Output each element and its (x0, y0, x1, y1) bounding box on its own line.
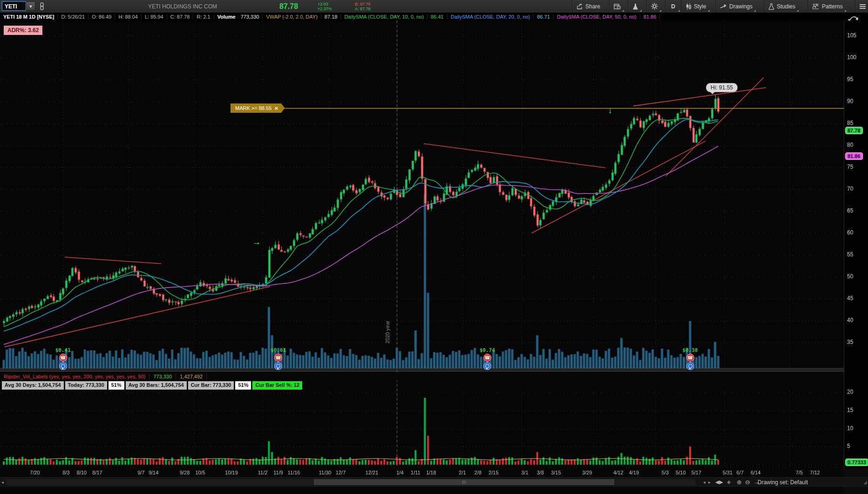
ask-value: A: 87.78 (355, 7, 371, 11)
signal-arrow-right-icon: → (253, 238, 261, 247)
price-change: +2.03 (318, 2, 332, 7)
calendar-events-button[interactable] (609, 0, 625, 13)
idea-bulb-icon[interactable] (686, 362, 694, 370)
symbol-input[interactable]: YETI (2, 1, 26, 11)
study-value: 86.71 (534, 14, 554, 20)
chart-menu-button[interactable] (855, 0, 868, 13)
study-label[interactable]: DailySMA (CLOSE, DAY, 20, 0, no) (448, 14, 534, 20)
date-tick-label: 10/5 (191, 470, 210, 475)
ripster-study-title[interactable]: Ripster_Vol_Labels (yes, yes, yes, 200, … (0, 374, 149, 379)
drawing-arrow-icon (720, 4, 727, 9)
scrollbar-handle[interactable] (314, 479, 614, 485)
date-tick-label: 10/19 (222, 470, 241, 475)
date-tick-label: 11/16 (285, 470, 303, 475)
ohlc-field: C: 87.78 (167, 14, 194, 20)
volume-stat-badge: Avg 30 Bars: 1,504,754 (126, 381, 187, 390)
last-price: 87.78 (279, 2, 298, 11)
timeframe-label: D (671, 3, 675, 10)
pan-right-icon[interactable]: ▸ (708, 478, 711, 486)
chart-title: YETI 18 M 1D [NYSE] (0, 14, 58, 20)
earnings-marker[interactable]: $0.38☎ (679, 347, 701, 370)
earnings-call-icon[interactable]: ☎ (686, 354, 694, 362)
lower-axis-tick-label: 20 (847, 389, 853, 395)
price-tick-label: 40 (847, 317, 853, 323)
volume-label: Volume (214, 14, 237, 20)
link-chain-icon[interactable] (39, 2, 45, 11)
ripster-volume-value: 773,330 (149, 374, 176, 379)
date-tick-label: 5/17 (687, 470, 705, 475)
date-tick-label: 8/17 (88, 470, 107, 475)
date-tick-label: 7/12 (806, 470, 824, 475)
date-tick-label: 3/15 (547, 470, 565, 475)
lower-axis-tick-label: 5 (847, 443, 850, 449)
settings-button[interactable] (646, 0, 662, 13)
zoom-in-icon[interactable]: ⊕ (737, 478, 742, 486)
lower-axis-tick-label: 15 (847, 407, 853, 413)
price-tick-label: 90 (847, 98, 853, 104)
study-label[interactable]: VWAP (-2.0, 2.0, DAY) (263, 14, 321, 20)
earnings-call-icon[interactable]: ☎ (274, 354, 282, 362)
ripster-study-header: Ripster_Vol_Labels (yes, yes, yes, 200, … (0, 372, 844, 380)
fit-width-icon[interactable]: ◀▶ (715, 478, 723, 486)
idea-bulb-icon[interactable] (483, 362, 491, 370)
price-tick-label: 85 (847, 120, 853, 126)
share-icon (576, 3, 583, 9)
candlestick-style-icon (685, 3, 692, 10)
ohlc-fields: D: 5/26/21O: 86.49H: 88.04L: 85.94C: 87.… (58, 14, 214, 20)
mark-alert-label: MARK >= 88.55 (235, 105, 271, 111)
flask-icon (632, 3, 638, 10)
study-label[interactable]: DailySMA (CLOSE, DAY, 50, 0, no) (554, 14, 640, 20)
price-tick-label: 105 (847, 32, 856, 39)
earnings-eps-label: $0.38 (679, 347, 701, 353)
volume-stat-badge: Avg 30 Days: 1,504,754 (2, 381, 64, 390)
crosshair-icon[interactable]: ⌖ (727, 478, 731, 486)
earnings-marker[interactable]: $0.61☎ (267, 347, 290, 370)
zoom-out-icon[interactable]: ⊖ (745, 478, 750, 486)
share-button[interactable]: Share (572, 0, 604, 13)
ohlc-field: L: 85.94 (142, 14, 167, 20)
drawing-set-selector[interactable]: Drawing set: Default (758, 479, 808, 486)
earnings-marker[interactable]: $0.41☎ (52, 347, 74, 370)
volume-stats-badges: Avg 30 Days: 1,504,754Today: 773,33051%A… (2, 381, 302, 390)
price-tick-label: 75 (847, 164, 853, 170)
timeframe-button[interactable]: D (665, 0, 681, 13)
horizontal-scrollbar[interactable] (7, 479, 696, 485)
earnings-call-icon[interactable]: ☎ (483, 354, 491, 362)
price-tick-label: 70 (847, 185, 853, 192)
symbol-box[interactable]: YETI ▼ (2, 1, 35, 11)
price-axis[interactable]: 10510095908580757065605550454035 87.78 8… (844, 21, 868, 468)
study-value: 87.18 (321, 14, 341, 20)
price-tick-label: 35 (847, 339, 853, 345)
mark-alert-tag[interactable]: MARK >= 88.55 ✕ (231, 103, 285, 113)
studies-label: Studies (777, 3, 795, 10)
studies-button[interactable]: Studies (764, 0, 800, 13)
mark-close-icon[interactable]: ✕ (274, 106, 278, 111)
study-value: 86.41 (427, 14, 448, 20)
earnings-call-icon[interactable]: ☎ (59, 354, 67, 362)
lower-axis-tick-label: 10 (847, 425, 853, 432)
scroll-left-nub[interactable]: ◂ (1, 478, 4, 486)
volume-stat-badge: 51% (235, 381, 251, 390)
study-label[interactable]: DailySMA (CLOSE, DAY, 10, 0, no) (341, 14, 427, 20)
price-tick-label: 55 (847, 251, 853, 258)
idea-bulb-icon[interactable] (274, 362, 282, 370)
style-button[interactable]: Style (681, 0, 711, 13)
resize-grip-icon[interactable]: ◢ (863, 480, 867, 485)
earnings-marker[interactable]: $0.74☎ (476, 347, 499, 370)
study-readouts: VWAP (-2.0, 2.0, DAY)87.18DailySMA (CLOS… (263, 14, 660, 20)
price-tick-label: 65 (847, 207, 853, 214)
last-price-axis-badge: 87.78 (845, 127, 863, 134)
patterns-button[interactable]: Patterns (807, 0, 847, 13)
pan-left-icon[interactable]: ◂ (703, 478, 705, 486)
bid-value: B: 87.76 (355, 2, 371, 7)
symbol-dropdown-icon[interactable]: ▼ (26, 1, 35, 11)
volume-stat-badge: Cur Bar: 773,330 (188, 381, 234, 390)
volume-stat-badge: 51% (108, 381, 124, 390)
drawings-button[interactable]: Drawings (715, 0, 757, 13)
price-tick-label: 60 (847, 229, 853, 236)
date-tick-label: 3/29 (578, 470, 597, 475)
idea-bulb-icon[interactable] (59, 362, 67, 370)
quick-study-button[interactable] (628, 0, 643, 13)
calendar-clock-icon (614, 3, 621, 10)
price-tick-label: 95 (847, 76, 853, 82)
